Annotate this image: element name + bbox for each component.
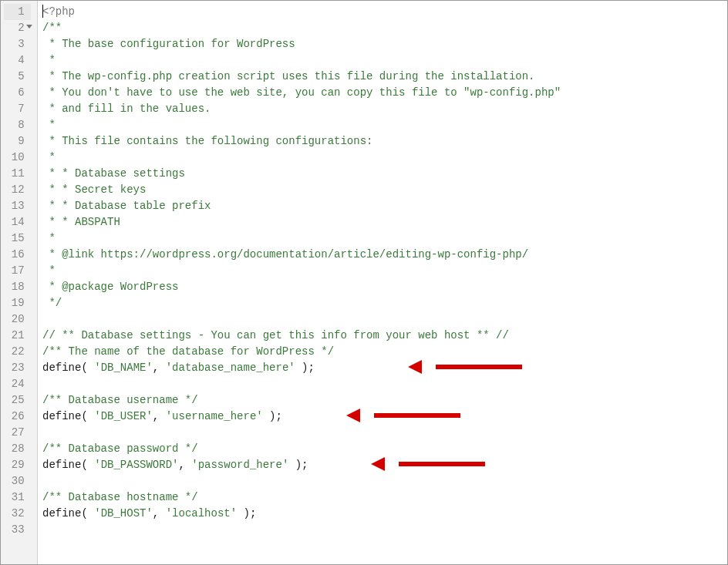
code-line[interactable]: [42, 473, 727, 489]
code-line[interactable]: /**: [42, 20, 727, 36]
block-comment: /** The name of the database for WordPre…: [42, 345, 334, 358]
line-number: 33: [4, 522, 31, 538]
string-literal: 'database_name_here': [166, 362, 295, 374]
line-number: 29: [4, 457, 31, 473]
line-number: 13: [4, 198, 31, 214]
block-comment: * and fill in the values.: [42, 103, 211, 115]
code-line[interactable]: * * Database table prefix: [42, 198, 727, 214]
code-editor[interactable]: 1 2 3 4 5 6 7 8 9 10 11 12 13 14 15 16 1…: [1, 1, 727, 564]
block-comment: */: [42, 297, 62, 309]
code-line[interactable]: <?php: [42, 4, 727, 20]
line-number: 10: [4, 150, 31, 166]
block-comment: *: [42, 264, 56, 277]
code-line[interactable]: *: [42, 150, 727, 166]
code-line[interactable]: * * Secret keys: [42, 182, 727, 198]
code-line[interactable]: * * Database settings: [42, 166, 727, 182]
code-line[interactable]: /** Database hostname */: [42, 489, 727, 506]
string-literal: 'DB_HOST': [94, 507, 153, 520]
code-line[interactable]: * The wp-config.php creation script uses…: [42, 69, 727, 85]
code-line[interactable]: *: [42, 52, 727, 69]
code-line[interactable]: // ** Database settings - You can get th…: [42, 328, 727, 344]
line-number: 20: [4, 311, 31, 328]
code-line[interactable]: * and fill in the values.: [42, 101, 727, 117]
block-comment: * * Database settings: [42, 167, 185, 180]
string-literal: 'DB_NAME': [94, 362, 153, 374]
string-literal: 'localhost': [166, 507, 237, 520]
code-line[interactable]: * * ABSPATH: [42, 214, 727, 230]
code-line[interactable]: /** Database username */: [42, 392, 727, 409]
code-line[interactable]: *: [42, 117, 727, 133]
db-user-define[interactable]: define( 'DB_USER', 'username_here' );: [42, 409, 727, 425]
line-number: 15: [4, 230, 31, 247]
line-number-gutter: 1 2 3 4 5 6 7 8 9 10 11 12 13 14 15 16 1…: [1, 1, 38, 564]
line-number: 18: [4, 279, 31, 295]
line-number: 2: [4, 20, 31, 36]
line-number: 12: [4, 182, 31, 198]
line-number: 11: [4, 166, 31, 182]
code-line[interactable]: [42, 522, 727, 538]
code-line[interactable]: * The base configuration for WordPress: [42, 36, 727, 52]
code-line[interactable]: * This file contains the following confi…: [42, 133, 727, 150]
code-line[interactable]: * @link https://wordpress.org/documentat…: [42, 247, 727, 263]
code-line[interactable]: * @package WordPress: [42, 279, 727, 295]
block-comment: * The wp-config.php creation script uses…: [42, 70, 535, 82]
line-number: 24: [4, 376, 31, 392]
code-area[interactable]: <?php /** * The base configuration for W…: [38, 1, 727, 564]
function-name: define: [42, 459, 81, 471]
block-comment: *: [42, 54, 56, 66]
code-line[interactable]: */: [42, 295, 727, 311]
code-line[interactable]: * You don't have to use the web site, yo…: [42, 85, 727, 101]
line-number: 8: [4, 117, 31, 133]
block-comment: * * ABSPATH: [42, 216, 120, 228]
block-comment: /** Database hostname */: [42, 491, 198, 503]
code-line[interactable]: /** The name of the database for WordPre…: [42, 344, 727, 360]
block-comment: *: [42, 119, 56, 131]
block-comment: *: [42, 151, 56, 163]
line-number: 6: [4, 85, 31, 101]
string-literal: 'DB_PASSWORD': [94, 459, 178, 471]
line-number: 16: [4, 247, 31, 263]
line-number: 5: [4, 69, 31, 85]
block-comment: /**: [42, 22, 62, 34]
block-comment: * The base configuration for WordPress: [42, 38, 295, 50]
code-line[interactable]: [42, 425, 727, 441]
code-line[interactable]: *: [42, 230, 727, 247]
function-name: define: [42, 507, 81, 520]
block-comment: * * Secret keys: [42, 183, 146, 196]
fold-marker-icon[interactable]: [26, 25, 32, 29]
string-literal: 'username_here': [166, 410, 263, 422]
block-comment: * @link https://wordpress.org/documentat…: [42, 248, 528, 261]
block-comment: * @package WordPress: [42, 281, 178, 293]
block-comment: /** Database password */: [42, 442, 198, 455]
line-number: 25: [4, 392, 31, 409]
line-number: 17: [4, 263, 31, 279]
block-comment: * This file contains the following confi…: [42, 135, 372, 147]
block-comment: * You don't have to use the web site, yo…: [42, 86, 561, 99]
code-line[interactable]: /** Database password */: [42, 441, 727, 457]
string-literal: 'DB_USER': [94, 410, 153, 422]
code-line[interactable]: [42, 311, 727, 328]
db-host-define[interactable]: define( 'DB_HOST', 'localhost' );: [42, 506, 727, 522]
line-number: 23: [4, 360, 31, 376]
block-comment: /** Database username */: [42, 394, 198, 406]
string-literal: 'password_here': [191, 459, 288, 471]
line-number: 26: [4, 409, 31, 425]
line-number: 21: [4, 328, 31, 344]
line-number: 30: [4, 473, 31, 489]
line-number: 32: [4, 506, 31, 522]
line-number: 7: [4, 101, 31, 117]
line-number: 31: [4, 489, 31, 506]
db-password-define[interactable]: define( 'DB_PASSWORD', 'password_here' )…: [42, 457, 727, 473]
line-number: 19: [4, 295, 31, 311]
code-line[interactable]: *: [42, 263, 727, 279]
line-number: 14: [4, 214, 31, 230]
block-comment: *: [42, 232, 56, 244]
line-number: 22: [4, 344, 31, 360]
line-number: 1: [4, 4, 31, 20]
block-comment: * * Database table prefix: [42, 200, 211, 212]
code-line[interactable]: [42, 376, 727, 392]
php-open-tag: <?php: [42, 5, 75, 18]
line-comment: // ** Database settings - You can get th…: [42, 329, 509, 341]
line-number: 9: [4, 133, 31, 150]
db-name-define[interactable]: define( 'DB_NAME', 'database_name_here' …: [42, 360, 727, 376]
